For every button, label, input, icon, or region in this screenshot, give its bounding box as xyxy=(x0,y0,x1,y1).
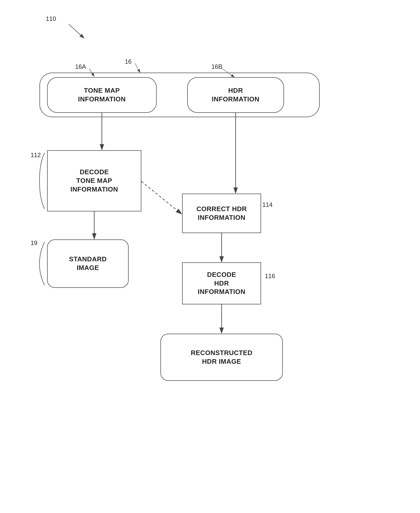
box-112: DECODE TONE MAP INFORMATION xyxy=(47,150,141,211)
box-19: STANDARD IMAGE xyxy=(47,239,129,288)
ref-114: 114 xyxy=(262,201,273,208)
box-21: RECONSTRUCTED HDR IMAGE xyxy=(160,334,283,381)
svg-line-4 xyxy=(141,181,182,214)
ref-16A: 16A xyxy=(75,63,86,70)
ref-112: 112 xyxy=(31,152,41,159)
box-114-label: CORRECT HDR INFORMATION xyxy=(196,205,247,222)
inner-pill-16A: TONE MAP INFORMATION xyxy=(47,77,157,113)
pill-16A-label: TONE MAP INFORMATION xyxy=(78,86,126,104)
ref-116: 116 xyxy=(265,273,275,280)
ref-19: 19 xyxy=(31,239,37,247)
box-116-label: DECODE HDR INFORMATION xyxy=(198,271,246,296)
ref-16B: 16B xyxy=(211,63,222,70)
box-19-label: STANDARD IMAGE xyxy=(69,255,107,272)
diagram-container: 110 16A 16 16B TONE MAP INFORMATION HDR … xyxy=(0,0,420,513)
box-116: DECODE HDR INFORMATION xyxy=(182,262,261,304)
ref-110: 110 xyxy=(46,15,56,22)
pill-16B-label: HDR INFORMATION xyxy=(212,86,260,104)
ref-16: 16 xyxy=(125,58,132,65)
box-21-label: RECONSTRUCTED HDR IMAGE xyxy=(191,349,252,366)
inner-pill-16B: HDR INFORMATION xyxy=(187,77,284,113)
box-112-label: DECODE TONE MAP INFORMATION xyxy=(71,168,118,194)
box-114: CORRECT HDR INFORMATION xyxy=(182,194,261,233)
